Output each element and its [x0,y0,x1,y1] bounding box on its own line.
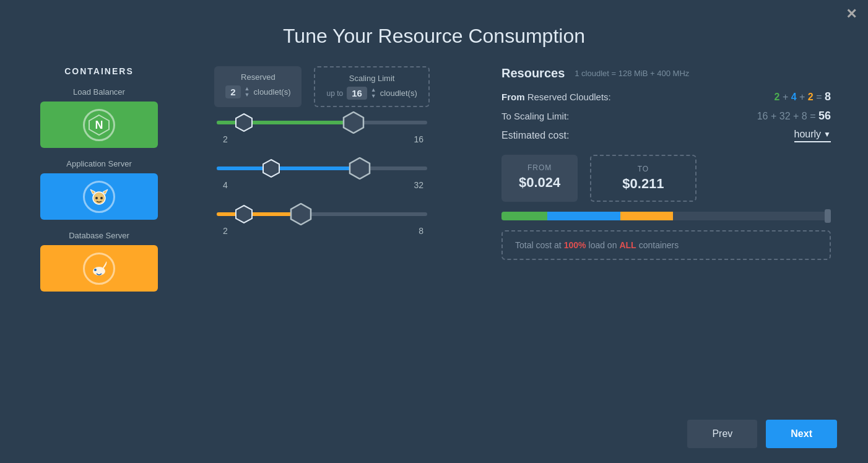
slider-num-right-db: 8 [419,226,427,236]
scaling-cloudlet-num: 16 [347,87,367,100]
svg-marker-14 [291,204,311,225]
total-cost-mid: load on [589,240,617,250]
app-server-icon [40,173,158,220]
slider-row-lb: 2 16 [186,113,458,144]
reserved-thumb-db[interactable] [235,205,253,223]
svg-marker-12 [350,158,370,179]
to-v1: 16 [757,111,768,121]
usage-bar [501,212,831,220]
svg-marker-11 [263,160,279,177]
scaling-thumb-db[interactable] [290,203,312,225]
svg-marker-9 [236,114,252,131]
db-server-label: Database Server [69,231,129,240]
db-server-block: Database Server [40,231,158,292]
close-button[interactable]: ✕ [846,6,857,22]
slider-num-right-lb: 16 [414,134,427,144]
reserved-cloudlet-box: Reserved 2 ▲▼ cloudlet(s) [214,66,302,107]
from-cloudlets-row: From Reserved Cloudlets: 2 + 4 + 2 = 8 [501,90,831,103]
svg-marker-13 [236,206,252,223]
to-scaling-label: To Scaling Limit: [501,111,569,121]
resources-title: Resources [501,66,565,80]
estimated-cost-row: Estimated cost: hourly ▼ [501,129,831,142]
reserved-cloudlet-num: 2 [225,85,240,98]
from-result-val: 8 [825,90,831,103]
scaling-thumb-app[interactable] [349,157,371,180]
total-cost-pre: Total cost at [515,240,562,250]
scaling-cloudlet-row: up to 16 ▲▼ cloudlet(s) [326,87,417,100]
slider-track-lb[interactable] [217,113,427,132]
footer-buttons: Prev Next [687,420,837,448]
slider-num-left-db: 2 [217,226,228,236]
total-cost-box: Total cost at 100% load on ALL container… [501,230,831,260]
svg-marker-10 [344,112,363,133]
tomcat-logo-svg [88,186,110,208]
to-scaling-value: 16 + 32 + 8 = 56 [757,110,831,123]
cost-to-value: $0.211 [622,176,664,192]
load-balancer-block: Load Balancer N [40,87,158,148]
sliders-panel: Reserved 2 ▲▼ cloudlet(s) Scaling Limit … [186,66,458,251]
svg-point-5 [95,197,98,199]
svg-point-8 [94,269,97,271]
scaling-thumb-lb[interactable] [342,111,365,134]
reserved-cloudlet-label: Reserved [241,72,276,82]
nginx-logo-svg: N [88,114,110,136]
slider-row-app: 4 32 [186,159,458,190]
svg-text:N: N [95,119,103,131]
from-green-val: 2 [775,92,780,102]
cloudlet-headers: Reserved 2 ▲▼ cloudlet(s) Scaling Limit … [186,66,458,107]
slider-track-db[interactable] [217,205,427,223]
usage-bar-handle[interactable] [825,209,831,223]
load-balancer-label: Load Balancer [73,87,125,97]
usage-seg-green [501,212,547,220]
from-cloudlets-label: From Reserved Cloudlets: [501,92,611,102]
scaling-cloudlet-label: Scaling Limit [349,74,395,83]
slider-num-left-lb: 2 [217,134,228,144]
prev-button[interactable]: Prev [687,420,757,448]
to-eq: = [810,111,818,121]
hourly-label: hourly [794,129,822,140]
to-v3: 8 [802,111,807,121]
slider-track-app[interactable] [217,159,427,178]
nginx-icon: N [83,109,115,141]
scaling-spinner[interactable]: ▲▼ [371,87,376,100]
slider-fill-db [217,212,301,216]
total-cost-post: containers [639,240,679,250]
slider-nums-lb: 2 16 [217,134,427,144]
mysql-icon [83,253,115,285]
to-scaling-row: To Scaling Limit: 16 + 32 + 8 = 56 [501,110,831,123]
resources-header: Resources 1 cloudlet = 128 MiB + 400 MHz [501,66,831,80]
from-plus2: + [799,92,808,102]
slider-nums-app: 4 32 [217,180,427,190]
cost-to-box: TO $0.211 [590,155,696,202]
containers-label: CONTAINERS [64,66,134,76]
db-server-icon [40,245,158,292]
slider-num-left-app: 4 [217,180,228,190]
reserved-thumb-lb[interactable] [235,113,253,132]
slider-nums-db: 2 8 [217,226,427,236]
app-server-label: Application Server [66,159,132,168]
scaling-cloudlet-box: Scaling Limit up to 16 ▲▼ cloudlet(s) [314,66,429,107]
reserved-spinner[interactable]: ▲▼ [245,86,250,98]
slider-fill-app [217,167,360,170]
page-title: Tune Your Resource Consumption [0,0,868,66]
slider-num-right-app: 32 [414,180,427,190]
reserved-cloudlet-unit: cloudlet(s) [254,87,291,97]
to-p2: + [793,111,802,121]
next-button[interactable]: Next [766,420,837,448]
cloudlet-info: 1 cloudlet = 128 MiB + 400 MHz [575,69,689,78]
cost-from-value: $0.024 [519,175,560,191]
dropdown-arrow-icon: ▼ [823,130,831,139]
from-plus1: + [783,92,791,102]
cost-from-label: FROM [527,163,552,172]
usage-bar-container [501,212,831,220]
slider-row-db: 2 8 [186,205,458,236]
reserved-thumb-app[interactable] [262,159,280,178]
hourly-dropdown[interactable]: hourly ▼ [794,129,831,142]
load-balancer-icon: N [40,102,158,148]
from-sub: Reserved Cloudlets: [527,92,611,102]
from-eq: = [816,92,825,102]
slider-rows: 2 16 [186,113,458,251]
to-result-val: 56 [818,110,831,122]
cost-from-box: FROM $0.024 [501,155,578,202]
from-orange-val: 2 [808,92,814,102]
